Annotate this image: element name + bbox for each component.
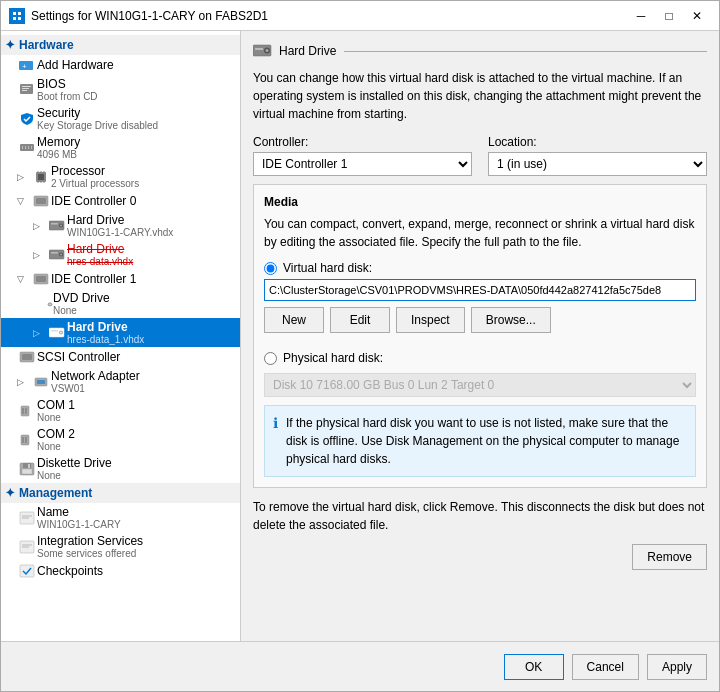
panel-title-divider [344, 51, 707, 52]
svg-rect-33 [51, 252, 58, 254]
network-expand-icon: ▷ [17, 377, 29, 387]
physical-hd-row: Physical hard disk: Disk 10 7168.00 GB B… [264, 351, 696, 477]
svg-rect-17 [38, 174, 44, 180]
ok-button[interactable]: OK [504, 654, 564, 680]
sidebar-item-com1[interactable]: COM 1 None [1, 396, 240, 425]
svg-point-32 [60, 253, 62, 255]
cancel-button[interactable]: Cancel [572, 654, 639, 680]
svg-rect-63 [22, 469, 32, 474]
physical-hd-radio-row: Physical hard disk: [264, 351, 696, 365]
sidebar-section-management[interactable]: ✦ Management [1, 483, 240, 503]
sidebar-item-integration[interactable]: Integration Services Some services offer… [1, 532, 240, 561]
apply-button[interactable]: Apply [647, 654, 707, 680]
virtual-hd-radio-row: Virtual hard disk: [264, 261, 696, 275]
location-label: Location: [488, 135, 707, 149]
bottom-bar: OK Cancel Apply [1, 641, 719, 691]
sidebar-item-ide-controller-0[interactable]: ▽ IDE Controller 0 [1, 191, 240, 211]
panel-title-row: Hard Drive [253, 43, 707, 59]
info-text: If the physical hard disk you want to us… [286, 414, 687, 468]
svg-point-55 [22, 437, 24, 439]
scsi-label: SCSI Controller [37, 350, 236, 364]
processor-sub: 2 Virtual processors [51, 178, 236, 189]
integration-label: Integration Services [37, 534, 236, 548]
ide0-label: IDE Controller 0 [51, 194, 236, 208]
name-label: Name [37, 505, 236, 519]
ide0-icon [31, 193, 51, 209]
hd-win10-content: Hard Drive WIN10G1-1-CARY.vhdx [67, 213, 236, 238]
browse-button[interactable]: Browse... [471, 307, 551, 333]
bios-sub: Boot from CD [37, 91, 236, 102]
sidebar-item-com2[interactable]: COM 2 None [1, 425, 240, 454]
section-star-icon: ✦ [5, 38, 15, 52]
physical-hd-radio[interactable] [264, 352, 277, 365]
sidebar-item-checkpoints[interactable]: Checkpoints [1, 561, 240, 581]
checkpoints-label: Checkpoints [37, 564, 236, 578]
sidebar-item-hd-1-selected[interactable]: ▷ Hard Drive hres-data_1.vhdx [1, 318, 240, 347]
svg-rect-35 [36, 276, 46, 282]
virtual-hd-radio[interactable] [264, 262, 277, 275]
sidebar-item-diskette[interactable]: Diskette Drive None [1, 454, 240, 483]
memory-sub: 4096 MB [37, 149, 236, 160]
remove-button[interactable]: Remove [632, 544, 707, 570]
diskette-label: Diskette Drive [37, 456, 236, 470]
sidebar-item-scsi[interactable]: SCSI Controller [1, 347, 240, 367]
svg-rect-4 [18, 17, 21, 20]
sidebar-item-hd-hres[interactable]: ▷ Hard Drive hres-data.vhdx [1, 240, 240, 269]
hd1-expand-icon: ▷ [33, 328, 45, 338]
ide1-icon [31, 271, 51, 287]
ide1-expand-icon: ▽ [17, 274, 29, 284]
svg-point-58 [25, 437, 27, 439]
inspect-button[interactable]: Inspect [396, 307, 465, 333]
svg-rect-42 [51, 330, 58, 332]
com2-label: COM 2 [37, 427, 236, 441]
hard-drive-title-icon [253, 43, 273, 59]
virtual-hd-path-input[interactable] [264, 279, 696, 301]
virtual-hd-label: Virtual hard disk: [283, 261, 372, 275]
panel-description: You can change how this virtual hard dis… [253, 69, 707, 123]
svg-rect-15 [31, 146, 32, 149]
close-button[interactable]: ✕ [683, 2, 711, 30]
com1-icon [17, 403, 37, 419]
sidebar-item-hd-win10[interactable]: ▷ Hard Drive WIN10G1-1-CARY.vhdx [1, 211, 240, 240]
physical-hd-label: Physical hard disk: [283, 351, 383, 365]
media-title: Media [264, 195, 696, 209]
sidebar-item-name[interactable]: Name WIN10G1-1-CARY [1, 503, 240, 532]
svg-point-38 [50, 304, 51, 305]
svg-point-53 [25, 412, 27, 414]
edit-button[interactable]: Edit [330, 307, 390, 333]
sidebar-item-dvd-drive[interactable]: DVD Drive None [1, 289, 240, 318]
network-icon [31, 374, 51, 390]
sidebar-item-processor[interactable]: ▷ Processor 2 Virtual proce [1, 162, 240, 191]
svg-point-74 [266, 49, 269, 52]
integration-sub: Some services offered [37, 548, 236, 559]
add-hardware-label: Add Hardware [37, 58, 236, 72]
hd-win10-sub: WIN10G1-1-CARY.vhdx [67, 227, 236, 238]
info-box: ℹ If the physical hard disk you want to … [264, 405, 696, 477]
maximize-button[interactable]: □ [655, 2, 683, 30]
svg-rect-29 [51, 223, 58, 225]
scsi-content: SCSI Controller [37, 350, 236, 364]
svg-rect-71 [20, 565, 34, 577]
scsi-icon [17, 349, 37, 365]
sidebar-item-security[interactable]: Security Key Storage Drive disabled [1, 104, 240, 133]
sidebar-section-hardware[interactable]: ✦ Hardware [1, 35, 240, 55]
sidebar-item-network[interactable]: ▷ Network Adapter VSW01 [1, 367, 240, 396]
svg-point-56 [22, 439, 24, 441]
controller-select[interactable]: IDE Controller 0IDE Controller 1SCSI Con… [253, 152, 472, 176]
new-button[interactable]: New [264, 307, 324, 333]
minimize-button[interactable]: ─ [627, 2, 655, 30]
diskette-sub: None [37, 470, 236, 481]
security-sub: Key Storage Drive disabled [37, 120, 236, 131]
sidebar-item-ide-controller-1[interactable]: ▽ IDE Controller 1 [1, 269, 240, 289]
sidebar-item-memory[interactable]: Memory 4096 MB [1, 133, 240, 162]
sidebar-item-bios[interactable]: BIOS Boot from CD [1, 75, 240, 104]
hd1-sub: hres-data_1.vhdx [67, 334, 236, 345]
add-hardware-icon: + [17, 57, 37, 73]
svg-rect-75 [255, 48, 263, 50]
panel-title-inner: Hard Drive [253, 43, 336, 59]
sidebar-item-add-hardware[interactable]: + Add Hardware [1, 55, 240, 75]
svg-point-60 [25, 441, 27, 443]
ide1-label: IDE Controller 1 [51, 272, 236, 286]
svg-point-57 [22, 441, 24, 443]
location-select[interactable]: 01 (in use)23 [488, 152, 707, 176]
